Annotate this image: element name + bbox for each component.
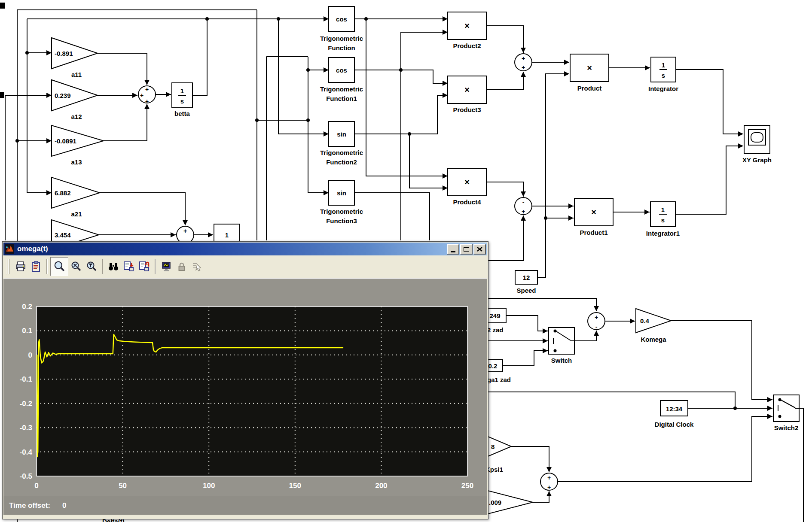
zoom-icon: [53, 261, 65, 273]
print-button[interactable]: [13, 258, 28, 275]
svg-text:Trigonometric: Trigonometric: [320, 208, 363, 215]
save-axes-button[interactable]: [121, 258, 137, 275]
close-button[interactable]: [473, 244, 486, 255]
integrator1-block[interactable]: 1 s Integrator1: [646, 202, 680, 237]
gain-komega[interactable]: 0.4 Komega: [636, 309, 671, 343]
scope-titlebar[interactable]: omega(t): [3, 243, 487, 255]
product-block[interactable]: × Product: [570, 54, 609, 92]
zoom-x-icon: [70, 261, 82, 272]
svg-text:Product4: Product4: [453, 198, 481, 206]
y-tick-label: -0.1: [20, 375, 32, 383]
svg-text:Switch: Switch: [551, 357, 572, 364]
svg-text:×: ×: [464, 85, 470, 94]
svg-text:betta: betta: [174, 110, 190, 117]
svg-text:+: +: [522, 208, 525, 215]
svg-text:6.882: 6.882: [55, 189, 71, 197]
x-tick-label: 150: [289, 482, 301, 490]
trig-function2[interactable]: sin Trigonometric Function2: [320, 121, 363, 166]
sum-block-3[interactable]: + +: [515, 54, 532, 71]
time-offset-value: 0: [62, 501, 66, 510]
scope-axes[interactable]: 0501001502002500.20.10-0.1-0.2-0.3-0.4-0…: [3, 279, 485, 496]
minimize-button[interactable]: [447, 244, 459, 255]
svg-text:Speed: Speed: [516, 287, 536, 294]
zoom-y-button[interactable]: [84, 258, 99, 275]
svg-text:+: +: [595, 314, 598, 321]
digital-clock-block[interactable]: 12:34 Digital Clock: [655, 401, 694, 428]
floating-scope-button[interactable]: [159, 258, 174, 275]
gain-a11[interactable]: -0.891 a11: [52, 38, 98, 78]
svg-text:cos: cos: [336, 15, 347, 23]
sum-block-1[interactable]: + + +: [138, 86, 156, 105]
autoscale-button[interactable]: [106, 258, 121, 275]
svg-text:XY Graph: XY Graph: [742, 156, 772, 164]
y-tick-label: -0.4: [20, 448, 33, 456]
zoom-button[interactable]: [50, 257, 68, 276]
svg-text:+: +: [522, 55, 525, 62]
trig-function3[interactable]: sin Trigonometric Function3: [320, 180, 363, 225]
trig-function1[interactable]: cos Trigonometric Function1: [320, 58, 363, 102]
svg-text:1: 1: [180, 87, 184, 94]
svg-text:3.454: 3.454: [55, 231, 71, 239]
product3-block[interactable]: × Product3: [448, 76, 486, 113]
maximize-button[interactable]: [460, 244, 473, 255]
svg-text:+: +: [145, 98, 149, 105]
x-tick-label: 50: [119, 482, 127, 490]
toolbar-grip: [6, 259, 9, 274]
product1-block[interactable]: × Product1: [574, 198, 613, 236]
sum-block-2[interactable]: +: [177, 226, 194, 243]
clipped-port: [0, 92, 4, 98]
matlab-icon: [5, 244, 14, 254]
svg-text:-: -: [595, 323, 598, 330]
signal-selection-button[interactable]: [189, 258, 205, 275]
parameters-icon: [31, 261, 42, 272]
gain-009[interactable]: .009: [483, 489, 533, 515]
gain-a13[interactable]: -0.0891 a13: [52, 125, 104, 166]
svg-text:Function: Function: [328, 44, 355, 52]
switch-block[interactable]: Switch: [549, 328, 574, 364]
svg-text:1: 1: [661, 206, 665, 213]
signal-selection-icon: [192, 261, 203, 272]
integrator-betta[interactable]: 1 s betta: [172, 83, 192, 117]
zoom-x-button[interactable]: [68, 258, 84, 275]
lock-axes-button[interactable]: [174, 258, 189, 275]
integrator-block[interactable]: 1 s Integrator: [648, 57, 678, 92]
close-icon: [477, 247, 482, 252]
product2-block[interactable]: × Product2: [448, 12, 486, 49]
svg-text:a11: a11: [71, 71, 82, 78]
svg-text:+: +: [522, 64, 525, 71]
x-tick-label: 200: [375, 482, 387, 490]
svg-text:cos: cos: [336, 67, 347, 74]
svg-text:Product3: Product3: [453, 106, 481, 113]
switch2-block[interactable]: Switch2: [773, 395, 799, 431]
restore-axes-button[interactable]: [137, 258, 152, 275]
minimize-icon: [451, 251, 455, 252]
xy-graph-block[interactable]: XY Graph: [742, 125, 772, 164]
svg-text:Switch2: Switch2: [774, 424, 799, 431]
svg-text:s: s: [180, 97, 184, 105]
svg-text:+: +: [183, 228, 187, 234]
svg-text:0.2: 0.2: [488, 362, 498, 370]
sum-block-6[interactable]: + +: [540, 473, 558, 491]
binoculars-icon: [108, 261, 119, 272]
gain-a21[interactable]: 6.882 a21: [52, 177, 100, 218]
svg-text:a21: a21: [71, 210, 82, 218]
floating-scope-icon: [161, 261, 172, 272]
y-tick-label: 0.1: [22, 327, 32, 335]
product4-block[interactable]: × Product4: [448, 168, 486, 206]
y-tick-label: -0.3: [20, 424, 32, 432]
sum-block-5[interactable]: + -: [588, 313, 605, 330]
zoom-y-icon: [86, 261, 97, 272]
svg-text:Trigonometric: Trigonometric: [320, 149, 363, 156]
speed-constant[interactable]: 12 Speed: [515, 270, 537, 294]
scope-window: omega(t): [2, 241, 488, 519]
svg-text:Product2: Product2: [453, 42, 481, 49]
trig-function[interactable]: cos Trigonometric Function: [320, 6, 363, 52]
svg-text:Product1: Product1: [580, 229, 607, 236]
svg-text:a13: a13: [71, 158, 82, 166]
svg-text:×: ×: [587, 63, 592, 73]
parameters-button[interactable]: [28, 258, 44, 275]
gain-a12[interactable]: 0.239 a12: [52, 80, 98, 120]
sum-block-4[interactable]: - +: [515, 197, 532, 215]
svg-text:Trigonometric: Trigonometric: [320, 85, 363, 93]
svg-text:1: 1: [662, 61, 665, 69]
